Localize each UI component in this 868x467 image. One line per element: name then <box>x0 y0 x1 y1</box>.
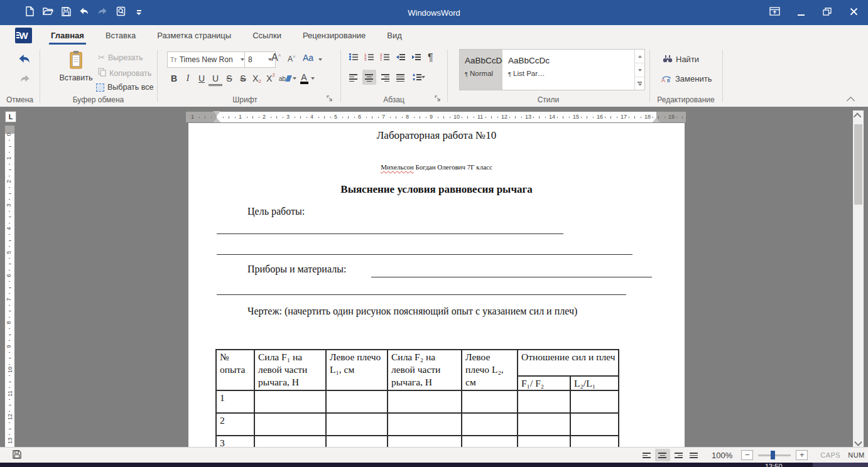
table-cell[interactable] <box>462 413 518 436</box>
vertical-scrollbar[interactable] <box>853 110 864 447</box>
tab-page-layout[interactable]: Разметка страницы <box>146 25 242 46</box>
line-spacing-button[interactable] <box>410 70 428 85</box>
numbering-button[interactable]: 123 <box>365 52 374 63</box>
ruler-number: 12 <box>7 414 13 420</box>
tab-review[interactable]: Рецензирование <box>292 25 376 46</box>
scroll-up-button[interactable] <box>853 110 864 121</box>
tab-references[interactable]: Ссылки <box>242 25 292 46</box>
select-all-button[interactable]: Выбрать все <box>96 83 154 92</box>
cut-button[interactable]: ✂ Вырезать <box>98 53 143 62</box>
shrink-font-button[interactable]: A˅ <box>288 54 296 63</box>
table-cell[interactable] <box>518 436 570 447</box>
show-formatting-button[interactable]: ¶ <box>428 53 433 62</box>
align-left-button[interactable] <box>347 70 361 85</box>
table-cell[interactable] <box>570 436 619 447</box>
vertical-ruler[interactable]: 012345678910111213 <box>5 126 14 447</box>
double-strikethrough-button[interactable]: S <box>236 71 250 86</box>
table-cell[interactable] <box>388 413 462 436</box>
zoom-in-button[interactable]: + <box>796 450 808 460</box>
minimize-button[interactable] <box>795 8 806 18</box>
ribbon-display-options-button[interactable] <box>769 8 780 18</box>
table-cell[interactable] <box>254 436 326 447</box>
tab-view[interactable]: Вид <box>376 25 413 46</box>
italic-button[interactable]: I <box>181 71 195 86</box>
paragraph-dialog-launcher[interactable] <box>435 94 442 101</box>
styles-scroll-down-button[interactable] <box>635 63 644 77</box>
table-row[interactable]: 3 <box>216 436 619 447</box>
zoom-level[interactable]: 100% <box>712 451 732 460</box>
font-name-select[interactable]: Тт Times New Ron <box>167 51 247 68</box>
table-cell[interactable] <box>518 390 570 413</box>
font-dialog-launcher[interactable] <box>327 94 334 101</box>
table-cell[interactable] <box>462 436 518 447</box>
restore-button[interactable] <box>822 8 833 18</box>
table-cell[interactable] <box>462 390 518 413</box>
subscript-button[interactable]: X2 <box>250 71 264 86</box>
status-align-right-button[interactable] <box>671 449 686 461</box>
document-page[interactable]: Лабораторная работа №10 Михельсон Богдан… <box>188 123 685 447</box>
bullets-button[interactable] <box>349 52 358 63</box>
bold-button[interactable]: B <box>167 71 181 86</box>
style-card-normal[interactable]: AaBbCcDc ¶ Normal <box>460 50 502 90</box>
scroll-down-button[interactable] <box>853 437 864 447</box>
ruler-number: 7 <box>382 114 385 120</box>
align-right-button[interactable] <box>378 70 392 85</box>
close-button[interactable] <box>848 8 859 18</box>
right-indent-marker[interactable] <box>653 118 660 122</box>
table-cell[interactable] <box>570 413 619 436</box>
results-table[interactable]: № опыта Сила F₁ на левой части рычага, Н… <box>215 349 619 447</box>
zoom-slider[interactable] <box>758 450 791 460</box>
collapse-ribbon-button[interactable] <box>848 95 854 106</box>
undo-button[interactable] <box>18 53 31 67</box>
tab-home[interactable]: Главная <box>40 25 95 46</box>
table-cell[interactable] <box>388 390 462 413</box>
table-cell-rownum[interactable]: 2 <box>216 413 254 436</box>
table-cell[interactable] <box>570 390 619 413</box>
justify-button[interactable] <box>394 70 408 85</box>
increase-indent-button[interactable] <box>412 52 421 63</box>
redo-button[interactable] <box>19 74 31 86</box>
quick-save-button[interactable] <box>13 450 21 461</box>
status-align-left-button[interactable] <box>639 449 654 461</box>
horizontal-ruler[interactable]: 112345678910111213141516171819 <box>186 112 686 122</box>
style-card-list-paragraph[interactable]: AaBbCcDc ¶ List Par… <box>503 50 578 90</box>
table-cell-rownum[interactable]: 3 <box>216 436 254 447</box>
table-cell-rownum[interactable]: 1 <box>216 390 254 413</box>
multilevel-list-button[interactable]: 321 <box>381 52 389 63</box>
change-case-button[interactable]: Aa <box>303 53 322 63</box>
styles-more-button[interactable] <box>635 77 644 90</box>
first-line-indent-marker[interactable] <box>213 111 220 115</box>
tab-stop-selector[interactable]: L <box>5 111 16 122</box>
table-row[interactable]: 2 <box>216 413 619 436</box>
paste-button[interactable]: Вставить <box>58 50 94 90</box>
replace-button[interactable]: А в Заменить <box>661 74 712 83</box>
decrease-indent-button[interactable] <box>396 52 405 63</box>
zoom-out-button[interactable]: − <box>741 450 753 460</box>
hanging-indent-marker[interactable] <box>213 118 220 122</box>
copy-button[interactable]: Копировать <box>98 68 151 78</box>
table-cell[interactable] <box>326 413 388 436</box>
zoom-slider-thumb[interactable] <box>771 451 775 459</box>
find-button[interactable]: Найти <box>663 54 699 65</box>
superscript-button[interactable]: X2 <box>264 71 278 86</box>
font-color-button[interactable]: A <box>298 71 317 86</box>
scrollbar-thumb[interactable] <box>854 124 862 205</box>
table-cell[interactable] <box>254 390 326 413</box>
tab-insert[interactable]: Вставка <box>95 25 146 46</box>
status-align-center-button[interactable] <box>655 449 670 461</box>
status-justify-button[interactable] <box>686 449 702 461</box>
table-cell[interactable] <box>518 413 570 436</box>
styles-scroll-up-button[interactable] <box>635 50 644 63</box>
strikethrough-button[interactable]: S <box>222 71 236 86</box>
underline-button[interactable]: U <box>195 71 209 86</box>
doc-author: Михельсон Богдан Олегович 7Г класс <box>188 163 685 171</box>
grow-font-button[interactable]: A˄ <box>271 52 281 63</box>
table-cell[interactable] <box>326 390 388 413</box>
highlight-button[interactable]: ab <box>278 71 298 86</box>
align-center-button[interactable] <box>362 70 376 85</box>
table-row[interactable]: 1 <box>216 390 619 413</box>
table-cell[interactable] <box>254 413 326 436</box>
double-underline-button[interactable]: U <box>209 72 222 86</box>
table-cell[interactable] <box>388 436 462 447</box>
table-cell[interactable] <box>326 436 388 447</box>
